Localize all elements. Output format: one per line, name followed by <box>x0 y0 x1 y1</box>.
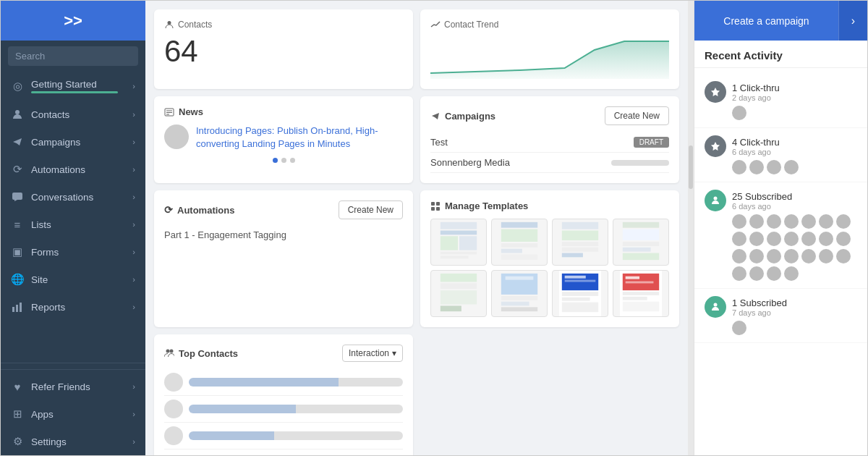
sidebar-item-label: Automations <box>31 164 85 175</box>
mini-avatar <box>732 214 746 229</box>
template-item-1[interactable] <box>430 219 487 266</box>
news-dot-3[interactable] <box>290 158 295 163</box>
svg-rect-41 <box>441 283 477 289</box>
activity-icon-2 <box>705 135 726 157</box>
automations-create-button[interactable]: Create New <box>339 200 403 219</box>
svg-rect-62 <box>623 297 647 300</box>
activity-avatars-4 <box>705 321 857 335</box>
sidebar-item-label: Settings <box>31 436 67 447</box>
svg-point-64 <box>166 350 170 353</box>
create-campaign-button[interactable]: Create a campaign <box>694 1 838 41</box>
sidebar-item-conversations[interactable]: Conversations › <box>1 183 145 211</box>
svg-rect-11 <box>436 202 440 206</box>
activity-icon-4 <box>705 296 726 318</box>
mini-avatar <box>767 232 781 246</box>
news-avatar <box>164 124 189 149</box>
sidebar-item-getting-started[interactable]: ◎ Getting Started › <box>1 72 145 101</box>
template-item-5[interactable] <box>430 270 487 317</box>
campaigns-create-button[interactable]: Create New <box>605 106 669 125</box>
svg-rect-63 <box>623 302 659 312</box>
forms-icon: ▣ <box>11 245 24 258</box>
activity-item-3: 25 Subscribed 6 days ago <box>694 182 867 289</box>
template-item-2[interactable] <box>491 219 548 266</box>
svg-rect-36 <box>623 242 659 246</box>
mini-avatar <box>801 249 816 263</box>
mini-avatar <box>836 232 851 246</box>
scrollbar-track[interactable] <box>688 1 694 455</box>
svg-rect-43 <box>441 305 461 311</box>
template-item-7[interactable] <box>552 270 608 317</box>
dashboard: Contacts 64 Contact Trend <box>145 1 688 455</box>
sidebar-item-settings[interactable]: ⚙ Settings › <box>1 428 145 455</box>
svg-rect-3 <box>16 305 18 312</box>
activity-item-1: 1 Click-thru 2 days ago <box>694 74 867 128</box>
sidebar-bottom: ♥ Refer Friends › ⊞ Apps › ⚙ Settings › <box>1 363 145 455</box>
sidebar-item-label: Reports <box>31 302 65 313</box>
template-item-8[interactable] <box>613 270 669 317</box>
svg-rect-38 <box>623 253 659 261</box>
activity-text-4: 1 Subscribed <box>732 297 787 308</box>
svg-rect-47 <box>501 296 537 300</box>
mini-avatar <box>732 266 746 281</box>
mini-avatar <box>801 232 816 246</box>
create-campaign-arrow-button[interactable]: › <box>838 1 867 41</box>
sidebar-item-contacts[interactable]: Contacts › <box>1 101 145 128</box>
activity-icon-3 <box>705 190 726 211</box>
sidebar-item-label: Getting Started <box>31 79 118 90</box>
interaction-filter-dropdown[interactable]: Interaction ▾ <box>342 345 403 362</box>
svg-rect-25 <box>501 249 522 253</box>
templates-title-text: Manage Templates <box>445 200 528 211</box>
news-dot-2[interactable] <box>281 158 286 163</box>
sidebar-item-refer-friends[interactable]: ♥ Refer Friends › <box>1 373 145 400</box>
sidebar-item-label: Lists <box>31 219 51 230</box>
template-item-3[interactable] <box>552 219 608 266</box>
mini-avatar <box>732 160 746 174</box>
lists-icon: ≡ <box>11 218 24 231</box>
sidebar-item-site[interactable]: 🌐 Site › <box>1 266 145 293</box>
campaigns-icon <box>11 135 24 148</box>
svg-rect-31 <box>562 248 598 252</box>
svg-rect-16 <box>441 231 477 235</box>
scrollbar-thumb[interactable] <box>689 145 693 189</box>
sidebar-item-lists[interactable]: ≡ Lists › <box>1 211 145 238</box>
svg-rect-13 <box>436 207 440 211</box>
template-item-4[interactable] <box>613 219 669 266</box>
news-link[interactable]: Introducing Pages: Publish On-brand, Hig… <box>196 124 403 151</box>
contacts-icon <box>11 108 24 121</box>
svg-rect-23 <box>501 229 537 242</box>
campaign-status-badge: DRAFT <box>634 137 669 148</box>
sidebar-item-forms[interactable]: ▣ Forms › <box>1 238 145 266</box>
sidebar-item-label: Contacts <box>31 109 69 120</box>
activity-avatars-3 <box>705 214 857 281</box>
svg-point-67 <box>714 303 718 307</box>
contact-avatar <box>164 426 183 445</box>
news-dot-1[interactable] <box>273 158 278 163</box>
sidebar-item-automations[interactable]: ⟳ Automations › <box>1 156 145 183</box>
news-card: News Introducing Pages: Publish On-brand… <box>154 96 413 183</box>
svg-rect-2 <box>12 307 14 312</box>
mini-avatar <box>749 160 764 174</box>
svg-point-0 <box>15 110 20 114</box>
svg-rect-26 <box>501 254 537 260</box>
mini-avatar <box>819 232 833 246</box>
reports-icon <box>11 300 24 313</box>
mini-avatar <box>767 266 781 281</box>
sidebar-logo[interactable]: >> <box>1 1 145 41</box>
automation-item: Part 1 - Engagement Tagging <box>164 227 403 243</box>
chevron-icon: › <box>132 165 135 174</box>
contact-bar <box>189 431 403 440</box>
search-input[interactable] <box>8 46 138 66</box>
sidebar-item-campaigns[interactable]: Campaigns › <box>1 128 145 156</box>
template-item-6[interactable] <box>491 270 548 317</box>
sidebar-item-label: Site <box>31 274 48 285</box>
svg-rect-17 <box>441 236 458 250</box>
svg-rect-4 <box>20 303 22 312</box>
contact-bar <box>189 405 403 413</box>
svg-rect-40 <box>441 274 477 282</box>
svg-point-66 <box>714 197 718 200</box>
sidebar-item-reports[interactable]: Reports › <box>1 293 145 321</box>
sidebar-item-apps[interactable]: ⊞ Apps › <box>1 400 145 428</box>
svg-rect-32 <box>562 253 583 258</box>
activity-time-4: 7 days ago <box>732 308 787 317</box>
mini-avatar <box>732 106 746 120</box>
